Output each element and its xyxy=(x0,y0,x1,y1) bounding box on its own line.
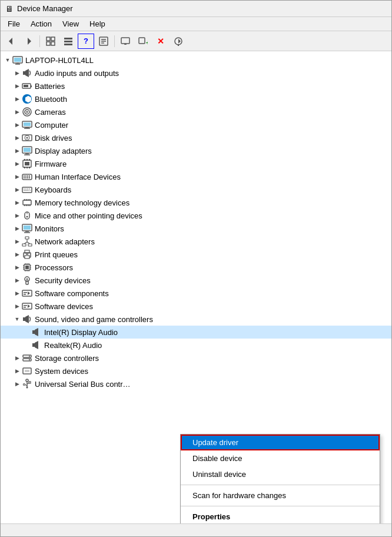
properties-button[interactable] xyxy=(95,34,112,49)
svg-rect-86 xyxy=(25,237,29,239)
memory-label: Memory technology devices xyxy=(35,198,129,207)
tree-item-computer[interactable]: Computer xyxy=(1,118,391,131)
tree-item-firmware[interactable]: Firmware xyxy=(1,157,391,170)
menu-action[interactable]: Action xyxy=(26,18,57,29)
usb-expand-icon xyxy=(12,379,22,389)
menu-bar: File Action View Help xyxy=(1,17,391,31)
monitor-button[interactable] xyxy=(117,34,134,49)
computer-expand-icon xyxy=(12,120,22,130)
processors-label: Processors xyxy=(35,263,73,272)
title-bar: 🖥 Device Manager xyxy=(1,1,391,17)
svg-rect-60 xyxy=(25,177,26,178)
tree-item-softwarecomp[interactable]: Software components xyxy=(1,287,391,300)
tree-item-keyboards[interactable]: Keyboards xyxy=(1,183,391,196)
svg-rect-114 xyxy=(24,292,27,293)
tree-root[interactable]: LAPTOP-HL0TL4LL xyxy=(1,54,391,67)
help-button[interactable]: ? xyxy=(78,34,94,49)
bluetooth-expand-icon xyxy=(12,94,22,104)
menu-view[interactable]: View xyxy=(58,18,84,29)
svg-point-34 xyxy=(26,111,28,113)
remove-button[interactable]: ✕ xyxy=(152,34,169,49)
storage-expand-icon xyxy=(12,353,22,363)
back-button[interactable] xyxy=(3,34,19,49)
svg-rect-71 xyxy=(24,199,25,201)
monitors-icon xyxy=(22,223,32,234)
svg-rect-77 xyxy=(28,204,29,206)
tree-item-print[interactable]: Print queues xyxy=(1,248,391,261)
tree-item-cameras[interactable]: Cameras xyxy=(1,105,391,118)
overview-button[interactable] xyxy=(42,34,59,49)
svg-rect-65 xyxy=(25,188,26,190)
context-menu-properties[interactable]: Properties xyxy=(181,509,380,523)
batteries-icon xyxy=(22,81,32,91)
security-label: Security devices xyxy=(35,276,91,285)
tree-item-storage[interactable]: Storage controllers xyxy=(1,352,391,364)
tree-item-system[interactable]: System devices xyxy=(1,364,391,377)
tree-item-display[interactable]: Display adapters xyxy=(1,144,391,157)
context-menu-disable-device[interactable]: Disable device xyxy=(181,450,380,466)
sound-expand-icon xyxy=(12,314,22,324)
audio-label: Audio inputs and outputs xyxy=(35,69,119,78)
context-menu-update-driver[interactable]: Update driver xyxy=(181,435,380,450)
tree-item-usb[interactable]: Universal Serial Bus contr… xyxy=(1,377,391,390)
tree-item-sound[interactable]: Sound, video and game controllers xyxy=(1,313,391,326)
system-icon xyxy=(22,366,32,376)
tree-item-processors[interactable]: Processors xyxy=(1,261,391,274)
usb-icon xyxy=(22,379,32,389)
svg-marker-1 xyxy=(28,38,31,45)
intel-audio-icon xyxy=(31,327,42,337)
display-expand-icon xyxy=(12,146,22,155)
context-menu-scan-hardware[interactable]: Scan for hardware changes xyxy=(181,488,380,503)
menu-file[interactable]: File xyxy=(3,18,25,29)
toolbar: ? + ✕ xyxy=(1,31,391,51)
network-label: Network adapters xyxy=(35,237,95,246)
svg-rect-3 xyxy=(51,37,55,41)
svg-rect-13 xyxy=(121,38,129,44)
processors-icon xyxy=(22,262,32,273)
svg-rect-76 xyxy=(26,204,27,206)
update-button[interactable] xyxy=(170,34,187,49)
tree-item-bluetooth[interactable]: ⬢ Bluetooth xyxy=(1,92,391,105)
tree-item-security[interactable]: Security devices xyxy=(1,274,391,287)
list-button[interactable] xyxy=(60,34,77,49)
keyboards-label: Keyboards xyxy=(35,185,71,194)
toolbar-sep-2 xyxy=(114,35,115,47)
tree-item-realtek-audio[interactable]: Realtek(R) Audio xyxy=(1,339,391,352)
svg-rect-50 xyxy=(24,167,25,168)
svg-rect-119 xyxy=(24,307,26,308)
mice-icon xyxy=(22,210,32,221)
svg-rect-113 xyxy=(22,290,32,296)
svg-point-81 xyxy=(26,216,28,218)
tree-item-monitors[interactable]: Monitors xyxy=(1,222,391,235)
firmware-label: Firmware xyxy=(35,160,67,168)
svg-rect-4 xyxy=(46,42,50,45)
svg-rect-62 xyxy=(29,177,30,178)
tree-item-batteries[interactable]: Batteries xyxy=(1,79,391,92)
display-label: Display adapters xyxy=(35,147,92,155)
add-button[interactable]: + xyxy=(135,34,151,49)
context-menu-sep-2 xyxy=(181,506,380,506)
svg-rect-5 xyxy=(51,42,55,45)
tree-item-memory[interactable]: Memory technology devices xyxy=(1,196,391,209)
bluetooth-icon: ⬢ xyxy=(22,94,32,104)
tree-item-softwaredev[interactable]: Software devices xyxy=(1,300,391,313)
forward-button[interactable] xyxy=(21,34,37,49)
tree-item-network[interactable]: Network adapters xyxy=(1,235,391,248)
tree-item-mice[interactable]: Mice and other pointing devices xyxy=(1,209,391,222)
menu-help[interactable]: Help xyxy=(85,18,110,29)
root-icon xyxy=(12,55,23,65)
svg-marker-26 xyxy=(25,69,29,77)
context-menu-uninstall-device[interactable]: Uninstall device xyxy=(181,466,380,482)
tree-item-diskdrives[interactable]: Disk drives xyxy=(1,131,391,144)
svg-point-133 xyxy=(26,379,28,382)
svg-rect-51 xyxy=(26,167,28,168)
svg-rect-55 xyxy=(24,175,25,177)
tree-item-intel-audio[interactable]: Intel(R) Display Audio xyxy=(1,326,391,339)
tree-item-hid[interactable]: Human Interface Devices xyxy=(1,170,391,183)
svg-rect-43 xyxy=(24,148,31,152)
svg-rect-74 xyxy=(29,199,31,201)
tree-item-audio[interactable]: Audio inputs and outputs xyxy=(1,67,391,79)
svg-rect-64 xyxy=(24,188,25,190)
softwarecomp-expand-icon xyxy=(12,289,22,298)
svg-rect-97 xyxy=(25,266,29,269)
